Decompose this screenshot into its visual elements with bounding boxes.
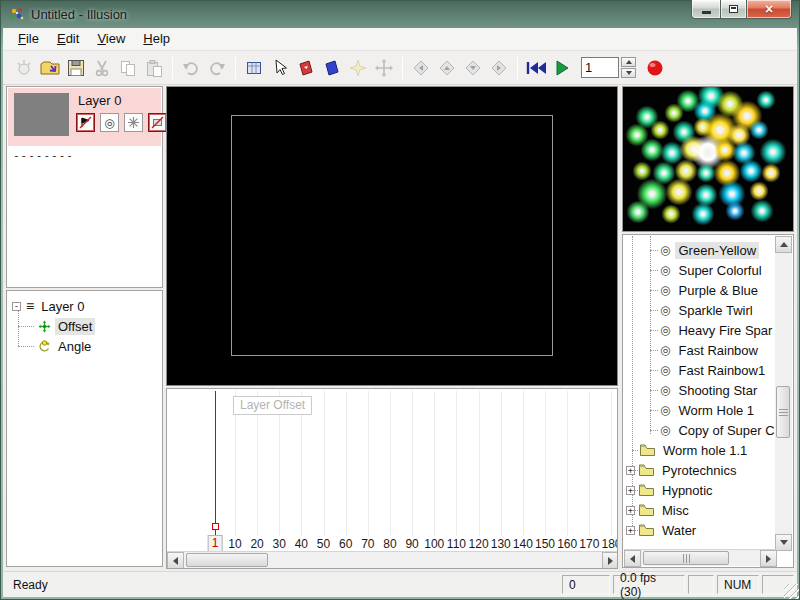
library-item-fast-rainbow1[interactable]: ◎Fast Rainbow1 xyxy=(624,360,777,380)
ruler-tick[interactable]: 100 xyxy=(424,537,444,551)
collapse-icon[interactable]: - xyxy=(12,302,21,311)
ruler-tick[interactable]: 50 xyxy=(317,537,330,551)
timeline-horizontal-scrollbar[interactable] xyxy=(167,551,618,568)
ruler-tick[interactable]: 110 xyxy=(447,537,466,551)
menu-file[interactable]: File xyxy=(9,29,48,49)
status-frame: 0 xyxy=(562,575,610,594)
ruler-tick[interactable]: 70 xyxy=(361,537,374,551)
status-blank1 xyxy=(688,575,714,594)
scroll-right-button[interactable] xyxy=(602,552,618,569)
red-marker-button[interactable] xyxy=(293,55,319,81)
ruler-tick[interactable]: 130 xyxy=(491,537,511,551)
frame-spin-up-button[interactable] xyxy=(621,57,636,67)
scroll-down-button[interactable] xyxy=(775,534,792,551)
library-item-shooting-star[interactable]: ◎Shooting Star xyxy=(624,380,777,400)
timeline-gridline xyxy=(589,391,590,536)
particle-glow xyxy=(749,120,769,140)
frame-spin-down-button[interactable] xyxy=(621,68,636,78)
close-button[interactable]: × xyxy=(747,0,792,19)
layer-row[interactable]: Layer 0 ◎ xyxy=(8,88,161,146)
preview-window-button[interactable] xyxy=(241,55,267,81)
current-frame-indicator[interactable]: 1 xyxy=(208,535,223,552)
layer-emitter-toggle[interactable]: ◎ xyxy=(100,113,119,132)
property-item-label: Angle xyxy=(55,338,94,355)
ruler-tick[interactable]: 160 xyxy=(557,537,577,551)
library-item-fast-rainbow[interactable]: ◎Fast Rainbow xyxy=(624,340,777,360)
scrollbar-thumb[interactable] xyxy=(776,386,790,438)
timeline-panel[interactable]: Layer Offset 110203040506070809010011012… xyxy=(166,388,618,569)
layer-particles-toggle[interactable] xyxy=(124,113,143,132)
particle-glow xyxy=(749,181,769,201)
menu-edit[interactable]: Edit xyxy=(48,29,88,49)
ruler-tick[interactable]: 60 xyxy=(339,537,352,551)
property-item-angle[interactable]: Angle xyxy=(8,336,161,356)
library-item-label: Fast Rainbow xyxy=(675,342,760,359)
property-item-layer-0[interactable]: -≡Layer 0 xyxy=(8,296,161,316)
library-item-copy-of-super-c[interactable]: ◎Copy of Super C xyxy=(624,420,777,440)
ruler-tick[interactable]: 20 xyxy=(250,537,263,551)
layer-thumbnail[interactable] xyxy=(14,93,69,136)
minimize-button[interactable] xyxy=(691,0,720,19)
library-item-super-colorful[interactable]: ◎Super Colorful xyxy=(624,260,777,280)
title-bar[interactable]: Untitled - Illusion × xyxy=(0,0,800,28)
copy-button xyxy=(115,55,141,81)
tree-guide-stub xyxy=(650,350,658,351)
scrollbar-thumb[interactable] xyxy=(643,551,729,565)
scroll-up-button[interactable] xyxy=(775,236,792,253)
library-item-label: Worm hole 1.1 xyxy=(660,442,750,459)
library-horizontal-scrollbar[interactable] xyxy=(624,549,777,566)
library-item-hypnotic[interactable]: +Hypnotic xyxy=(624,480,777,500)
library-item-sparkle-twirl[interactable]: ◎Sparkle Twirl xyxy=(624,300,777,320)
library-vertical-scrollbar[interactable] xyxy=(775,236,792,551)
library-item-heavy-fire-spar[interactable]: ◎Heavy Fire Spar xyxy=(624,320,777,340)
blue-marker-button[interactable] xyxy=(319,55,345,81)
layer-flag-toggle[interactable] xyxy=(76,113,95,132)
library-item-worm-hole-1-1[interactable]: Worm hole 1.1 xyxy=(624,440,777,460)
resize-grip[interactable] xyxy=(784,584,799,599)
library-item-purple-blue[interactable]: ◎Purple & Blue xyxy=(624,280,777,300)
menu-help[interactable]: Help xyxy=(134,29,179,49)
keyframe-marker[interactable] xyxy=(212,523,219,530)
ruler-tick[interactable]: 90 xyxy=(405,537,418,551)
scroll-left-button[interactable] xyxy=(624,550,641,567)
menu-view[interactable]: View xyxy=(88,29,134,49)
ruler-tick[interactable]: 120 xyxy=(469,537,489,551)
tree-guide-stub xyxy=(650,310,658,311)
scroll-right-button[interactable] xyxy=(760,550,777,567)
scrollbar-thumb[interactable] xyxy=(186,553,268,567)
tree-guide-stub xyxy=(650,290,658,291)
ruler-tick[interactable]: 10 xyxy=(228,537,241,551)
library-item-worm-hole-1[interactable]: ◎Worm Hole 1 xyxy=(624,400,777,420)
library-item-water[interactable]: +Water xyxy=(624,520,777,540)
new-button xyxy=(11,55,37,81)
menu-bar: FileEditViewHelp xyxy=(3,28,797,51)
record-button[interactable] xyxy=(642,55,668,81)
ruler-tick[interactable]: 30 xyxy=(273,537,286,551)
rewind-button[interactable] xyxy=(523,55,549,81)
timeline-gridline xyxy=(412,391,413,536)
ruler-tick[interactable]: 170 xyxy=(579,537,599,551)
layer-background-toggle[interactable] xyxy=(148,113,167,132)
stage-preview[interactable] xyxy=(166,86,618,386)
ruler-tick[interactable]: 80 xyxy=(383,537,396,551)
save-button[interactable] xyxy=(63,55,89,81)
restore-button[interactable] xyxy=(720,0,747,19)
timeline-playhead[interactable] xyxy=(215,391,216,539)
property-item-offset[interactable]: Offset xyxy=(8,316,161,336)
restore-icon xyxy=(729,5,738,13)
library-item-pyrotechnics[interactable]: +Pyrotechnics xyxy=(624,460,777,480)
open-button[interactable] xyxy=(37,55,63,81)
library-item-green-yellow[interactable]: ◎Green-Yellow xyxy=(624,240,777,260)
scroll-left-button[interactable] xyxy=(167,552,184,569)
ruler-tick[interactable]: 150 xyxy=(535,537,555,551)
timeline-gridline xyxy=(567,391,568,536)
library-item-label: Sparkle Twirl xyxy=(675,302,755,319)
frame-spinner-value[interactable]: 1 xyxy=(581,57,619,78)
ruler-tick[interactable]: 40 xyxy=(295,537,308,551)
select-tool-button[interactable] xyxy=(267,55,293,81)
library-item-misc[interactable]: +Misc xyxy=(624,500,777,520)
ruler-tick[interactable]: 180 xyxy=(601,537,618,551)
emitter-icon: ◎ xyxy=(660,264,670,276)
play-button[interactable] xyxy=(549,55,575,81)
ruler-tick[interactable]: 140 xyxy=(513,537,533,551)
